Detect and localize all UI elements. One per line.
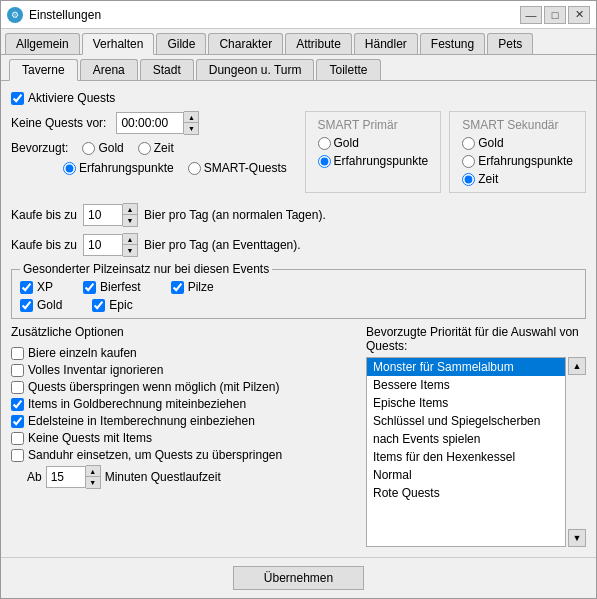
priority-up-button[interactable]: ▲ <box>568 357 586 375</box>
subtab-taverne[interactable]: Taverne <box>9 59 78 81</box>
kaufe1-spin-up[interactable]: ▲ <box>123 204 137 215</box>
ab-spin-up[interactable]: ▲ <box>86 466 100 477</box>
gold-radio[interactable] <box>82 142 95 155</box>
aktiviere-quests-checkbox[interactable] <box>11 92 24 105</box>
subtab-dungeon[interactable]: Dungeon u. Turm <box>196 59 315 80</box>
tab-allgemein[interactable]: Allgemein <box>5 33 80 54</box>
opt5-checkbox[interactable] <box>11 415 24 428</box>
gold-radio-label[interactable]: Gold <box>82 141 123 155</box>
priority-item-1[interactable]: Bessere Items <box>367 376 565 394</box>
pilze-pilze-label[interactable]: Pilze <box>171 280 214 294</box>
aktiviere-quests-label[interactable]: Aktiviere Quests <box>11 91 115 105</box>
apply-button[interactable]: Übernehmen <box>233 566 364 590</box>
opt4-checkbox[interactable] <box>11 398 24 411</box>
kaufe-row1: Kaufe bis zu ▲ ▼ Bier pro Tag (an normal… <box>11 203 586 227</box>
opt5-label[interactable]: Edelsteine in Itemberechnung einbeziehen <box>11 414 356 428</box>
ab-input-group: ▲ ▼ <box>46 465 101 489</box>
kaufe2-input-group: ▲ ▼ <box>83 233 138 257</box>
ep-radio-label[interactable]: Erfahrungspunkte <box>63 161 174 175</box>
pilze-gold-label[interactable]: Gold <box>20 298 62 312</box>
kaufe2-input[interactable] <box>83 234 123 256</box>
smart-quests-radio-label[interactable]: SMART-Quests <box>188 161 287 175</box>
priority-item-7[interactable]: Rote Quests <box>367 484 565 502</box>
time-input[interactable] <box>116 112 184 134</box>
smart-primar-ep-label[interactable]: Erfahrungspunkte <box>318 154 429 168</box>
smart-sek-ep-radio[interactable] <box>462 155 475 168</box>
tab-verhalten[interactable]: Verhalten <box>82 33 155 55</box>
priority-list: Monster für Sammelalbum Bessere Items Ep… <box>366 357 566 547</box>
zeit-radio[interactable] <box>138 142 151 155</box>
opt4-label[interactable]: Items in Goldberechnung miteinbeziehen <box>11 397 356 411</box>
smart-primar-gold-radio[interactable] <box>318 137 331 150</box>
pilze-bierfest-checkbox[interactable] <box>83 281 96 294</box>
kaufe2-spin-down[interactable]: ▼ <box>123 245 137 256</box>
priority-item-4[interactable]: nach Events spielen <box>367 430 565 448</box>
opt3-label[interactable]: Quests überspringen wenn möglich (mit Pi… <box>11 380 356 394</box>
subtab-arena[interactable]: Arena <box>80 59 138 80</box>
tab-attribute[interactable]: Attribute <box>285 33 352 54</box>
smart-sek-gold-label[interactable]: Gold <box>462 136 573 150</box>
priority-section: Bevorzugte Priorität für die Auswahl von… <box>366 325 586 547</box>
content-area: Aktiviere Quests Keine Quests vor: ▲ ▼ <box>1 81 596 557</box>
keine-quests-row: Keine Quests vor: ▲ ▼ <box>11 111 287 135</box>
priority-item-0[interactable]: Monster für Sammelalbum <box>367 358 565 376</box>
pilze-pilze-checkbox[interactable] <box>171 281 184 294</box>
opt1-label[interactable]: Biere einzeln kaufen <box>11 346 356 360</box>
priority-item-6[interactable]: Normal <box>367 466 565 484</box>
opt7-checkbox[interactable] <box>11 449 24 462</box>
tab-charakter[interactable]: Charakter <box>208 33 283 54</box>
priority-item-2[interactable]: Epische Items <box>367 394 565 412</box>
ab-spin-down[interactable]: ▼ <box>86 477 100 488</box>
tab-gilde[interactable]: Gilde <box>156 33 206 54</box>
tab-haendler[interactable]: Händler <box>354 33 418 54</box>
smart-sek-ep-label[interactable]: Erfahrungspunkte <box>462 154 573 168</box>
maximize-button[interactable]: □ <box>544 6 566 24</box>
smart-primar-gold-label[interactable]: Gold <box>318 136 429 150</box>
main-window: ⚙ Einstellungen — □ ✕ Allgemein Verhalte… <box>0 0 597 599</box>
ab-spin-group: ▲ ▼ <box>86 465 101 489</box>
smart-sek-zeit-radio[interactable] <box>462 173 475 186</box>
kaufe2-spin-up[interactable]: ▲ <box>123 234 137 245</box>
pilzeinsatz-group: Gesonderter Pilzeinsatz nur bei diesen E… <box>11 269 586 319</box>
minimize-button[interactable]: — <box>520 6 542 24</box>
opt1-checkbox[interactable] <box>11 347 24 360</box>
close-button[interactable]: ✕ <box>568 6 590 24</box>
opt2-checkbox[interactable] <box>11 364 24 377</box>
subtab-stadt[interactable]: Stadt <box>140 59 194 80</box>
zeit-radio-label[interactable]: Zeit <box>138 141 174 155</box>
priority-scrollbar: ▲ ▼ <box>568 357 586 547</box>
time-spin-up[interactable]: ▲ <box>184 112 198 123</box>
pilze-epic-checkbox[interactable] <box>92 299 105 312</box>
priority-item-5[interactable]: Items für den Hexenkessel <box>367 448 565 466</box>
pilze-gold-checkbox[interactable] <box>20 299 33 312</box>
pilze-xp-checkbox[interactable] <box>20 281 33 294</box>
opt6-checkbox[interactable] <box>11 432 24 445</box>
ab-input[interactable] <box>46 466 86 488</box>
tab-pets[interactable]: Pets <box>487 33 533 54</box>
main-tabs: Allgemein Verhalten Gilde Charakter Attr… <box>1 29 596 55</box>
kaufe-row2: Kaufe bis zu ▲ ▼ Bier pro Tag (an Eventt… <box>11 233 586 257</box>
smart-quests-radio[interactable] <box>188 162 201 175</box>
subtab-toilette[interactable]: Toilette <box>316 59 380 80</box>
opt7-label[interactable]: Sanduhr einsetzen, um Quests zu überspri… <box>11 448 356 462</box>
smart-sek-zeit-label[interactable]: Zeit <box>462 172 573 186</box>
opt2-label[interactable]: Volles Inventar ignorieren <box>11 363 356 377</box>
pilze-epic-label[interactable]: Epic <box>92 298 132 312</box>
kaufe1-input[interactable] <box>83 204 123 226</box>
ep-radio[interactable] <box>63 162 76 175</box>
time-spin-down[interactable]: ▼ <box>184 123 198 134</box>
zusatzliche-section: Zusätzliche Optionen Biere einzeln kaufe… <box>11 325 356 547</box>
zusatzliche-title: Zusätzliche Optionen <box>11 325 356 339</box>
opt6-label[interactable]: Keine Quests mit Items <box>11 431 356 445</box>
bottom-section: Zusätzliche Optionen Biere einzeln kaufe… <box>11 325 586 547</box>
smart-primar-ep-radio[interactable] <box>318 155 331 168</box>
priority-down-button[interactable]: ▼ <box>568 529 586 547</box>
priority-item-3[interactable]: Schlüssel und Spiegelscherben <box>367 412 565 430</box>
footer: Übernehmen <box>1 557 596 598</box>
smart-sek-gold-radio[interactable] <box>462 137 475 150</box>
pilze-bierfest-label[interactable]: Bierfest <box>83 280 141 294</box>
opt3-checkbox[interactable] <box>11 381 24 394</box>
pilze-xp-label[interactable]: XP <box>20 280 53 294</box>
kaufe1-spin-down[interactable]: ▼ <box>123 215 137 226</box>
tab-festung[interactable]: Festung <box>420 33 485 54</box>
